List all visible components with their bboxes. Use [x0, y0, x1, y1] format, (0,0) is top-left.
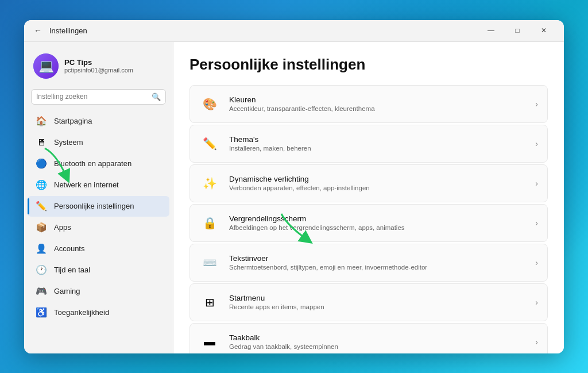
- profile-email: pctipsinfo01@gmail.com: [64, 67, 164, 74]
- nav-icon-bluetooth: 🔵: [36, 158, 47, 170]
- minimize-button[interactable]: —: [478, 21, 504, 40]
- settings-text-vergrendelingsscherm: Vergrendelingsscherm Afbeeldingen op het…: [229, 214, 526, 231]
- nav-icon-apps: 📦: [36, 222, 47, 233]
- nav-icon-accounts: 👤: [36, 243, 47, 255]
- settings-desc-tekstinvoer: Schermtoetsenbord, stijltypen, emoji en …: [229, 264, 526, 271]
- nav-icon-systeem: 🖥: [36, 137, 47, 148]
- settings-text-tekstinvoer: Tekstinvoer Schermtoetsenbord, stijltype…: [229, 254, 526, 271]
- settings-text-startmenu: Startmenu Recente apps en items, mappen: [229, 294, 526, 310]
- settings-desc-vergrendelingsscherm: Afbeeldingen op het vergrendelingsscherm…: [229, 224, 526, 231]
- sidebar-item-tijd[interactable]: 🕐 Tijd en taal: [28, 260, 169, 280]
- nav-label-toegankelijkheid: Toegankelijkheid: [54, 308, 109, 317]
- nav-label-systeem: Systeem: [54, 138, 83, 147]
- settings-desc-taakbalk: Gedrag van taakbalk, systeempinnen: [229, 343, 526, 350]
- chevron-icon-kleuren: ›: [535, 99, 538, 109]
- settings-icon-tekstinvoer: ⌨️: [199, 252, 220, 273]
- settings-icon-themas: ✏️: [199, 133, 220, 154]
- nav-label-gaming: Gaming: [54, 287, 80, 295]
- content-area: Persoonlijke instellingen 🎨 Kleuren Acce…: [173, 42, 564, 353]
- settings-title-startmenu: Startmenu: [229, 294, 526, 302]
- sidebar: PC Tips pctipsinfo01@gmail.com 🔍 🏠 Start…: [24, 42, 173, 353]
- settings-desc-kleuren: Accentkleur, transparantie-effecten, kle…: [229, 105, 526, 112]
- settings-item-startmenu[interactable]: ⊞ Startmenu Recente apps en items, mappe…: [189, 283, 548, 321]
- settings-item-vergrendelingsscherm[interactable]: 🔒 Vergrendelingsscherm Afbeeldingen op h…: [189, 204, 548, 242]
- chevron-icon-taakbalk: ›: [535, 337, 538, 347]
- nav-label-accounts: Accounts: [54, 244, 84, 253]
- settings-item-kleuren[interactable]: 🎨 Kleuren Accentkleur, transparantie-eff…: [189, 85, 548, 123]
- window-controls: — □ ✕: [478, 21, 557, 40]
- avatar-image: [33, 53, 59, 79]
- settings-window: ← Instellingen — □ ✕ PC Tips pctipsinfo0…: [24, 20, 564, 353]
- chevron-icon-startmenu: ›: [535, 298, 538, 307]
- main-area: PC Tips pctipsinfo01@gmail.com 🔍 🏠 Start…: [24, 42, 564, 353]
- profile-section[interactable]: PC Tips pctipsinfo01@gmail.com: [24, 49, 173, 87]
- nav-list: 🏠 Startpagina 🖥 Systeem 🔵 Bluetooth en a…: [24, 110, 173, 324]
- search-input[interactable]: [36, 93, 148, 101]
- settings-icon-startmenu: ⊞: [199, 292, 220, 313]
- settings-item-dynamische-verlichting[interactable]: ✨ Dynamische verlichting Verbonden appar…: [189, 164, 548, 202]
- sidebar-item-gaming[interactable]: 🎮 Gaming: [28, 281, 169, 302]
- settings-title-dynamische-verlichting: Dynamische verlichting: [229, 175, 526, 183]
- settings-text-kleuren: Kleuren Accentkleur, transparantie-effec…: [229, 95, 526, 112]
- close-button[interactable]: ✕: [531, 21, 557, 40]
- nav-icon-tijd: 🕐: [36, 264, 47, 276]
- titlebar: ← Instellingen — □ ✕: [24, 20, 564, 42]
- settings-desc-themas: Installeren, maken, beheren: [229, 145, 526, 152]
- settings-icon-dynamische-verlichting: ✨: [199, 173, 220, 194]
- settings-text-dynamische-verlichting: Dynamische verlichting Verbonden apparat…: [229, 175, 526, 191]
- settings-title-tekstinvoer: Tekstinvoer: [229, 254, 526, 263]
- back-button[interactable]: ←: [31, 24, 45, 37]
- profile-name: PC Tips: [64, 58, 164, 67]
- nav-label-apps: Apps: [54, 223, 71, 232]
- sidebar-item-startpagina[interactable]: 🏠 Startpagina: [28, 111, 169, 132]
- maximize-button[interactable]: □: [504, 21, 531, 40]
- search-box[interactable]: 🔍: [31, 89, 166, 105]
- settings-desc-dynamische-verlichting: Verbonden apparaten, effecten, app-inste…: [229, 184, 526, 191]
- nav-icon-netwerk: 🌐: [36, 179, 47, 191]
- page-title: Persoonlijke instellingen: [189, 56, 548, 74]
- window-title: Instellingen: [49, 26, 478, 35]
- nav-label-bluetooth: Bluetooth en apparaten: [54, 159, 131, 168]
- settings-title-taakbalk: Taakbalk: [229, 333, 526, 342]
- settings-title-kleuren: Kleuren: [229, 95, 526, 104]
- settings-icon-taakbalk: ▬: [199, 332, 220, 352]
- search-icon: 🔍: [152, 93, 161, 101]
- settings-text-themas: Thema's Installeren, maken, beheren: [229, 135, 526, 152]
- nav-icon-toegankelijkheid: ♿: [36, 307, 47, 318]
- chevron-icon-vergrendelingsscherm: ›: [535, 218, 538, 228]
- nav-icon-personalisatie: ✏️: [36, 201, 47, 212]
- settings-text-taakbalk: Taakbalk Gedrag van taakbalk, systeempin…: [229, 333, 526, 350]
- settings-item-taakbalk[interactable]: ▬ Taakbalk Gedrag van taakbalk, systeemp…: [189, 323, 548, 353]
- settings-list: 🎨 Kleuren Accentkleur, transparantie-eff…: [189, 85, 548, 353]
- chevron-icon-themas: ›: [535, 139, 538, 148]
- settings-icon-kleuren: 🎨: [199, 94, 220, 114]
- chevron-icon-dynamische-verlichting: ›: [535, 179, 538, 188]
- nav-icon-gaming: 🎮: [36, 286, 47, 297]
- profile-info: PC Tips pctipsinfo01@gmail.com: [64, 58, 164, 74]
- settings-icon-vergrendelingsscherm: 🔒: [199, 213, 220, 233]
- nav-label-tijd: Tijd en taal: [54, 266, 90, 274]
- nav-label-startpagina: Startpagina: [54, 117, 92, 125]
- settings-desc-startmenu: Recente apps en items, mappen: [229, 303, 526, 310]
- settings-title-vergrendelingsscherm: Vergrendelingsscherm: [229, 214, 526, 223]
- settings-item-tekstinvoer[interactable]: ⌨️ Tekstinvoer Schermtoetsenbord, stijlt…: [189, 244, 548, 282]
- sidebar-item-toegankelijkheid[interactable]: ♿ Toegankelijkheid: [28, 302, 169, 323]
- nav-label-personalisatie: Persoonlijke instellingen: [54, 202, 134, 210]
- settings-title-themas: Thema's: [229, 135, 526, 144]
- settings-item-themas[interactable]: ✏️ Thema's Installeren, maken, beheren ›: [189, 125, 548, 163]
- avatar: [33, 53, 59, 79]
- sidebar-item-personalisatie[interactable]: ✏️ Persoonlijke instellingen: [28, 196, 169, 217]
- nav-icon-startpagina: 🏠: [36, 116, 47, 127]
- nav-label-netwerk: Netwerk en internet: [54, 180, 119, 189]
- search-container: 🔍: [24, 87, 173, 110]
- sidebar-item-netwerk[interactable]: 🌐 Netwerk en internet: [28, 175, 169, 195]
- chevron-icon-tekstinvoer: ›: [535, 258, 538, 267]
- sidebar-item-apps[interactable]: 📦 Apps: [28, 217, 169, 238]
- sidebar-item-bluetooth[interactable]: 🔵 Bluetooth en apparaten: [28, 153, 169, 174]
- sidebar-item-accounts[interactable]: 👤 Accounts: [28, 239, 169, 259]
- sidebar-item-systeem[interactable]: 🖥 Systeem: [28, 132, 169, 153]
